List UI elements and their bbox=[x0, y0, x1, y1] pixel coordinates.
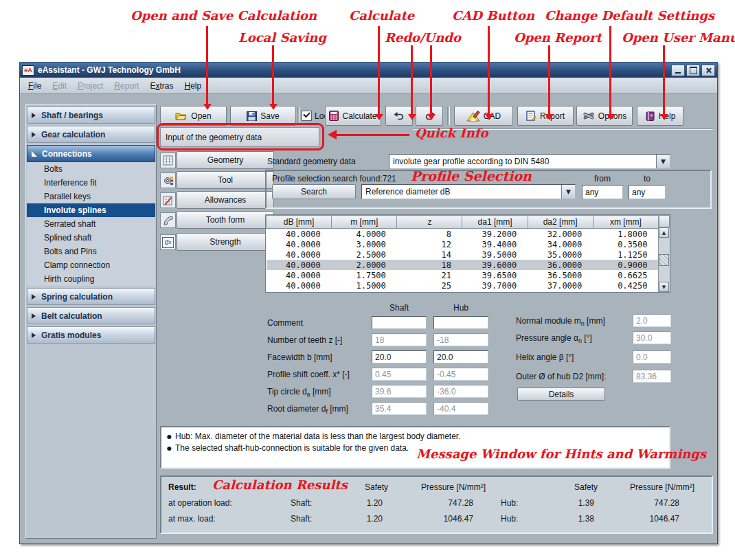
maximize-icon bbox=[690, 67, 697, 74]
sidebar-item-bolts-and-pins[interactable]: Bolts and Pins bbox=[27, 245, 155, 258]
sidebar-item-bolts[interactable]: Bolts bbox=[27, 162, 155, 176]
close-button[interactable] bbox=[701, 65, 715, 76]
sidebar-header-spring-calculation[interactable]: Spring calculation bbox=[27, 288, 155, 305]
open-folder-icon bbox=[175, 111, 188, 121]
sidebar-item-interference-fit[interactable]: Interference fit bbox=[27, 176, 155, 190]
sidebar-header-shaft-bearings[interactable]: Shaft / bearings bbox=[27, 107, 155, 124]
annotation-arrow bbox=[378, 26, 380, 114]
tip-circle-shaft-input bbox=[372, 385, 427, 398]
sidebar-item-parallel-keys[interactable]: Parallel keys bbox=[27, 190, 155, 203]
sidebar-header-gear-calculation[interactable]: Gear calculation bbox=[27, 126, 155, 143]
annotation-calculation-results: Calculation Results bbox=[212, 478, 348, 492]
result-row-label: at operation load: bbox=[168, 498, 291, 508]
chevron-right-icon bbox=[32, 333, 36, 338]
sidebar-item-splined-shaft[interactable]: Splined shaft bbox=[27, 231, 155, 245]
menu-help[interactable]: Help bbox=[179, 79, 207, 93]
to-input[interactable] bbox=[629, 185, 666, 199]
table-scrollbar[interactable]: ▲ ▼ bbox=[658, 227, 670, 292]
window-title: eAssistant - GWJ Technology GmbH bbox=[38, 65, 670, 75]
hub-label: Hub: bbox=[501, 498, 554, 508]
bullet-icon: ● bbox=[167, 445, 172, 451]
comment-shaft-input[interactable] bbox=[372, 316, 427, 329]
sidebar-item-clamp-connection[interactable]: Clamp connection bbox=[27, 258, 155, 272]
scrollbar-thumb[interactable] bbox=[659, 254, 669, 266]
shaft-safety-value: 1.20 bbox=[347, 514, 406, 524]
hub-pressure-value: 1046.47 bbox=[618, 514, 707, 524]
comment-hub-input[interactable] bbox=[433, 316, 488, 329]
result-row-label: at max. load: bbox=[168, 514, 291, 524]
tool-tab-button[interactable]: Tool bbox=[177, 171, 274, 189]
pressure-angle-input bbox=[633, 331, 671, 344]
sidebar-header-gratis-modules[interactable]: Gratis modules bbox=[27, 326, 155, 344]
menu-extras[interactable]: Extras bbox=[144, 79, 179, 93]
standard-geometry-label: Standard geometry data bbox=[267, 157, 356, 166]
table-row[interactable]: 40.00003.00001239.400034.00000.3500 bbox=[267, 239, 659, 249]
strength-tab-button[interactable]: Strength bbox=[177, 233, 274, 251]
annotation-quick-info-line bbox=[336, 134, 409, 136]
column-header[interactable]: da2 [mm] bbox=[528, 216, 593, 229]
annotation-redo-undo: Redo/Undo bbox=[385, 30, 461, 45]
annotation-arrow bbox=[609, 26, 611, 114]
search-criteria-select[interactable]: Reference diameter dB ▼ bbox=[361, 184, 576, 199]
helix-angle-input bbox=[633, 350, 671, 363]
minimize-icon bbox=[675, 72, 681, 74]
sidebar-item-hirth-coupling[interactable]: Hirth coupling bbox=[27, 272, 155, 286]
facewidth-label: Facewidth b [mm] bbox=[267, 352, 332, 362]
chevron-down-icon[interactable]: ▼ bbox=[561, 185, 575, 199]
column-header[interactable]: xm [mm] bbox=[593, 216, 658, 229]
table-row-selected[interactable]: 40.00002.00001839.600036.00000.9000 bbox=[267, 260, 659, 270]
column-header[interactable]: m [mm] bbox=[332, 216, 397, 229]
allowances-tab-button[interactable]: Allowances bbox=[177, 191, 274, 209]
annotation-arrow bbox=[272, 45, 274, 104]
sidebar-item-serrated-shaft[interactable]: Serrated shaft bbox=[27, 217, 155, 231]
table-header-filler bbox=[659, 215, 670, 227]
shaft-label: Shaft: bbox=[291, 498, 347, 508]
facewidth-hub-input[interactable] bbox=[433, 350, 488, 363]
options-button[interactable]: Options bbox=[576, 106, 633, 126]
sidebar-item-involute-splines[interactable]: Involute splines bbox=[27, 203, 155, 217]
scroll-down-icon[interactable]: ▼ bbox=[659, 282, 669, 292]
minimize-button[interactable] bbox=[671, 65, 685, 76]
tip-circle-label: Tip circle da [mm] bbox=[267, 387, 331, 398]
search-button[interactable]: Search bbox=[272, 184, 356, 199]
sigma-x-icon: σx bbox=[160, 234, 176, 250]
geometry-tab-button[interactable]: Geometry bbox=[177, 151, 274, 169]
cad-button[interactable]: CAD bbox=[454, 106, 513, 126]
sidebar-header-connections[interactable]: Connections bbox=[27, 145, 155, 162]
pressure-angle-label: Pressure angle αn [°] bbox=[516, 333, 592, 344]
profile-shift-shaft-input bbox=[372, 368, 427, 381]
menu-bar: File Edit Project Report Extras Help bbox=[20, 78, 717, 94]
chevron-down-icon[interactable]: ▼ bbox=[656, 155, 670, 168]
table-row[interactable]: 40.00002.50001439.500035.00001.1250 bbox=[267, 249, 659, 260]
annotation-quick-info: Quick Info bbox=[415, 126, 488, 140]
table-row[interactable]: 40.00001.75002139.650036.50000.6625 bbox=[267, 270, 659, 280]
scroll-up-icon[interactable]: ▲ bbox=[659, 227, 669, 238]
root-diameter-shaft-input bbox=[372, 402, 427, 415]
column-header[interactable]: da1 [mm] bbox=[462, 216, 528, 229]
table-row[interactable]: 40.00001.50002539.700037.00000.4250 bbox=[267, 280, 659, 291]
menu-file[interactable]: File bbox=[23, 79, 47, 93]
annotation-local-saving: Local Saving bbox=[238, 30, 326, 45]
menu-report: Report bbox=[109, 79, 144, 93]
column-header[interactable]: z bbox=[397, 216, 462, 229]
root-diameter-hub-input bbox=[433, 402, 488, 415]
toolbar-separator bbox=[297, 107, 300, 125]
tooth-form-tab-button[interactable]: Tooth form bbox=[177, 211, 274, 229]
facewidth-shaft-input[interactable] bbox=[372, 350, 427, 363]
local-checkbox[interactable] bbox=[302, 111, 312, 121]
profile-table: dB [mm] m [mm] z da1 [mm] da2 [mm] xm [m… bbox=[265, 214, 670, 293]
pressure-header: Pressure [N/mm²] bbox=[618, 482, 707, 492]
nav-strength-wrap: σx Strength bbox=[177, 233, 274, 251]
standard-geometry-select[interactable]: involute gear profile according to DIN 5… bbox=[389, 154, 670, 169]
chevron-right-icon bbox=[32, 294, 36, 300]
details-button[interactable]: Details bbox=[517, 388, 605, 401]
save-floppy-icon bbox=[247, 111, 257, 121]
annotation-quick-info-box bbox=[157, 123, 324, 150]
table-row[interactable]: 40.00004.0000839.200032.00001.8000 bbox=[267, 229, 659, 240]
sidebar-header-belt-calculation[interactable]: Belt calculation bbox=[27, 307, 155, 324]
column-header[interactable]: dB [mm] bbox=[267, 216, 332, 229]
maximize-button[interactable] bbox=[686, 65, 700, 76]
from-input[interactable] bbox=[582, 185, 623, 199]
annotation-profile-selection: Profile Selection bbox=[411, 168, 532, 183]
calculate-button[interactable]: Calculate bbox=[325, 106, 381, 126]
